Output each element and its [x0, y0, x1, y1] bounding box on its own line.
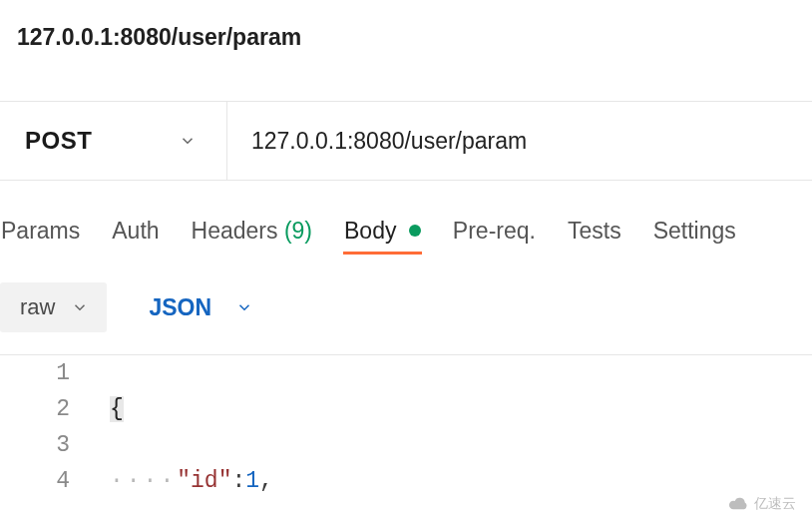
body-subrow: raw JSON — [0, 282, 812, 332]
url-input[interactable] — [227, 102, 812, 180]
line-gutter: 1 2 3 4 — [0, 355, 110, 521]
line-number: 1 — [0, 355, 70, 391]
cloud-icon — [726, 496, 750, 512]
page-title: 127.0.0.1:8080/user/param — [0, 0, 812, 51]
line-number: 4 — [0, 463, 70, 499]
chevron-down-icon — [179, 132, 197, 150]
json-editor[interactable]: 1 2 3 4 { ····"id":1, ····"name":"张三" } — [0, 355, 812, 521]
tab-pre-request[interactable]: Pre-req. — [452, 218, 537, 255]
tabs-row: Params Auth Headers (9) Body Pre-req. Te… — [0, 215, 812, 259]
chevron-down-icon — [71, 298, 89, 316]
tab-body-label: Body — [344, 218, 396, 244]
request-row: POST — [0, 101, 812, 181]
tab-body[interactable]: Body — [343, 218, 422, 255]
tab-headers-label: Headers — [192, 218, 278, 244]
body-language-label: JSON — [149, 294, 211, 321]
tab-params[interactable]: Params — [0, 218, 81, 255]
watermark: 亿速云 — [726, 495, 796, 513]
watermark-text: 亿速云 — [754, 495, 796, 513]
chevron-down-icon — [235, 298, 253, 316]
code-area[interactable]: { ····"id":1, ····"name":"张三" } — [110, 355, 346, 521]
tab-settings[interactable]: Settings — [652, 218, 737, 255]
body-mode-select[interactable]: raw — [0, 282, 107, 332]
colon: : — [231, 468, 245, 494]
body-language-select[interactable]: JSON — [149, 294, 253, 321]
line-number: 3 — [0, 427, 70, 463]
comma: , — [259, 468, 273, 494]
http-method-label: POST — [25, 127, 92, 155]
tab-headers[interactable]: Headers (9) — [191, 218, 313, 255]
http-method-select[interactable]: POST — [0, 102, 227, 180]
body-mode-label: raw — [20, 294, 55, 320]
brace-open: { — [110, 396, 124, 422]
json-number: 1 — [245, 468, 259, 494]
indent-dots-icon: ···· — [110, 468, 177, 494]
tab-headers-count: (9) — [284, 218, 312, 244]
line-number: 2 — [0, 391, 70, 427]
changed-dot-icon — [409, 225, 421, 237]
tab-tests[interactable]: Tests — [567, 218, 622, 255]
json-key: "id" — [177, 468, 231, 494]
tab-auth[interactable]: Auth — [111, 218, 160, 255]
